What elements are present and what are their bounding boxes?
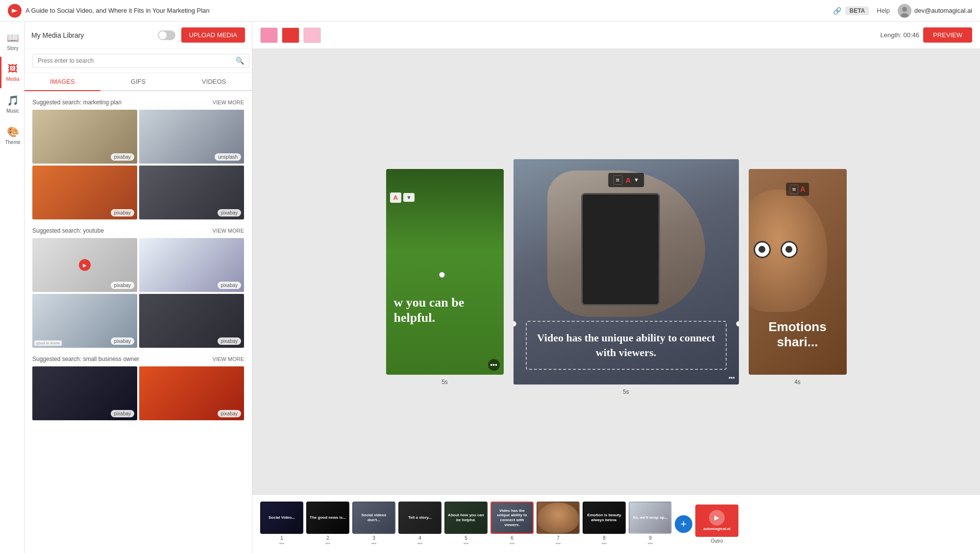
thumb-more-1[interactable]: ••• (279, 541, 285, 546)
text-format-button-left[interactable]: A (390, 192, 401, 203)
align-button-right[interactable]: ≡ (790, 185, 799, 194)
thumb-text-1: Social Video... (261, 503, 302, 533)
timeline-thumb-outro[interactable]: ▶ automagical.ai (695, 505, 738, 537)
thumb-num-3: 3 (372, 535, 375, 541)
view-more-marketing[interactable]: VIEW MORE (213, 99, 244, 105)
thumb-text-6: Video has the unique ability to connect … (491, 503, 533, 533)
help-button[interactable]: Help (877, 7, 890, 14)
list-item[interactable]: good to know pixabay (32, 294, 137, 348)
sidebar-item-theme[interactable]: 🎨 Theme (0, 120, 24, 151)
media-tabs: IMAGES GIFS VIDEOS (24, 73, 252, 91)
color-swatch-light-pink[interactable] (303, 27, 321, 43)
thumb-label-6: Video has the unique ability to connect … (493, 508, 531, 527)
timeline-item-3: Social videos don't... 3 ••• (352, 502, 395, 546)
list-item[interactable]: pixabay (139, 294, 244, 348)
timeline-item-7: 7 ••• (537, 502, 580, 546)
media-library-toggle[interactable] (158, 30, 175, 40)
thumb-num-9: 9 (649, 535, 652, 541)
timeline-thumb-9[interactable]: So, we'll wrap up... (629, 502, 672, 534)
slide-main-textbox[interactable]: Video has the unique ability to connect … (526, 321, 727, 369)
timeline-thumb-5[interactable]: About how you can be helpful. (444, 502, 488, 534)
section-title-marketing: Suggested search: marketing plan (32, 99, 122, 106)
section-title-youtube: Suggested search: youtube (32, 227, 104, 234)
text-dropdown-main[interactable]: ▼ (634, 177, 639, 183)
slide-more-button-main[interactable]: ••• (729, 375, 735, 382)
toggle-knob (159, 31, 167, 39)
topbar-right: BETA Help dev@automagical.ai (845, 4, 972, 18)
slide-wrapper-left: A ▼ w you can behelpful. ••• 5s (386, 169, 504, 375)
text-format-button-right[interactable]: A (800, 185, 805, 193)
thumb-more-8[interactable]: ••• (602, 541, 607, 546)
slide-text-left: w you can behelpful. (394, 295, 496, 325)
search-input[interactable] (32, 54, 249, 68)
user-menu[interactable]: dev@automagical.ai (898, 4, 972, 18)
image-grid-marketing: pixabay unsplash pixabay pixabay (32, 110, 244, 219)
upload-media-button[interactable]: UPLOAD MEDIA (181, 27, 245, 43)
image-badge: pixabay (218, 282, 241, 289)
timeline-thumb-2[interactable]: The good news is... (306, 502, 349, 534)
list-item[interactable]: ▶ pixabay (32, 238, 137, 292)
theme-icon: 🎨 (7, 126, 19, 138)
list-item[interactable]: pixabay (32, 366, 137, 420)
slide-right[interactable]: ≡ A Emotionsshari... (749, 169, 847, 375)
thumb-more-5[interactable]: ••• (464, 541, 469, 546)
tab-images[interactable]: IMAGES (24, 73, 100, 91)
timeline-thumb-1[interactable]: Social Video... (260, 502, 303, 534)
media-panel-header: My Media Library UPLOAD MEDIA (24, 22, 252, 49)
color-swatch-red[interactable] (282, 27, 299, 43)
sidebar-item-story[interactable]: 📖 Story (0, 25, 24, 57)
timeline-item-9: So, we'll wrap up... 9 ••• (629, 502, 672, 546)
thumb-label-2: The good news is... (310, 515, 346, 520)
sidebar-item-media[interactable]: 🖼 Media (0, 57, 24, 88)
svg-point-2 (902, 7, 907, 12)
thumb-7-face (538, 503, 579, 533)
add-slide-button[interactable]: + (675, 515, 692, 533)
slide-more-button-left[interactable]: ••• (488, 359, 500, 371)
thumb-more-4[interactable]: ••• (417, 541, 423, 546)
image-badge: pixabay (111, 410, 134, 417)
sidebar-item-label-story: Story (7, 46, 18, 51)
timeline-thumb-8[interactable]: Emotion is beauty always below. (583, 502, 626, 534)
list-item[interactable]: pixabay (139, 238, 244, 292)
preview-button[interactable]: PREVIEW (923, 27, 972, 43)
thumb-more-2[interactable]: ••• (325, 541, 331, 546)
tab-gifs[interactable]: GIFS (100, 73, 176, 91)
link-icon[interactable]: 🔗 (833, 7, 841, 15)
story-icon: 📖 (7, 32, 19, 44)
list-item[interactable]: pixabay (139, 366, 244, 420)
list-item[interactable]: pixabay (32, 166, 137, 219)
sidebar-item-music[interactable]: 🎵 Music (0, 88, 24, 120)
slide-main[interactable]: ≡ A ▼ Video has the unique ability to co… (514, 159, 739, 385)
image-badge: pixabay (218, 410, 241, 417)
text-format-button-main[interactable]: A (625, 176, 631, 184)
view-more-youtube[interactable]: VIEW MORE (213, 228, 244, 234)
timeline-item-6: Video has the unique ability to connect … (490, 502, 534, 546)
align-button[interactable]: ≡ (613, 175, 623, 185)
thumb-text-3: Social videos don't... (353, 503, 394, 533)
image-badge: pixabay (218, 337, 241, 345)
view-more-sbo[interactable]: VIEW MORE (213, 356, 244, 362)
color-swatch-pink[interactable] (260, 27, 278, 43)
timeline-item-4: Tell a story... 4 ••• (398, 502, 441, 546)
media-content: Suggested search: marketing plan VIEW MO… (24, 91, 252, 553)
image-badge: unsplash (215, 153, 241, 161)
outro-brand-label: automagical.ai (703, 527, 731, 531)
media-panel-controls: UPLOAD MEDIA (158, 27, 245, 43)
app-logo[interactable] (8, 4, 22, 18)
list-item[interactable]: pixabay (32, 110, 137, 164)
text-toolbar-right: ≡ A (786, 183, 809, 196)
list-item[interactable]: pixabay (139, 166, 244, 219)
timeline-thumb-6[interactable]: Video has the unique ability to connect … (490, 502, 534, 534)
thumb-more-9[interactable]: ••• (648, 541, 653, 546)
slide-left[interactable]: A ▼ w you can behelpful. ••• (386, 169, 504, 375)
canvas-toolbar: Length: 00:46 PREVIEW (252, 22, 980, 49)
list-item[interactable]: unsplash (139, 110, 244, 164)
timeline-thumb-4[interactable]: Tell a story... (398, 502, 441, 534)
text-dropdown-left[interactable]: ▼ (403, 193, 415, 202)
thumb-more-6[interactable]: ••• (510, 541, 515, 546)
timeline-thumb-3[interactable]: Social videos don't... (352, 502, 395, 534)
thumb-more-3[interactable]: ••• (371, 541, 377, 546)
thumb-more-7[interactable]: ••• (556, 541, 561, 546)
timeline-thumb-7[interactable] (537, 502, 580, 534)
tab-videos[interactable]: VIDEOS (176, 73, 252, 91)
